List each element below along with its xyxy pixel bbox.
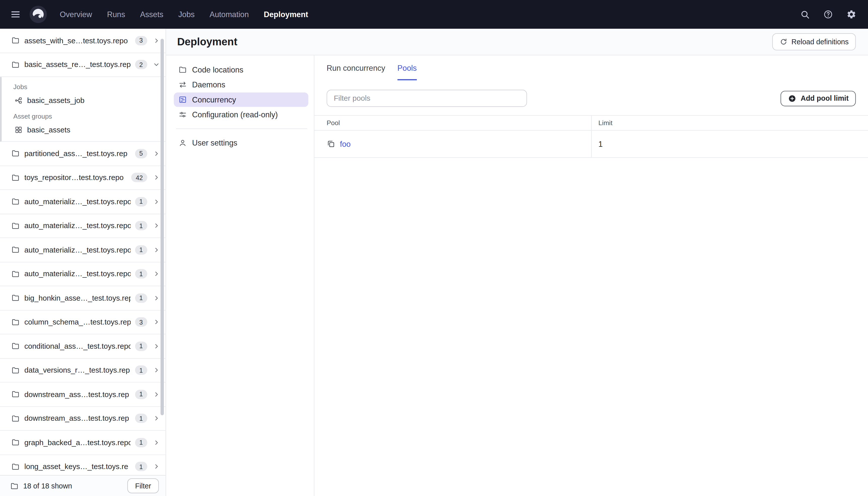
sidebar-repo-row[interactable]: data_versions_r…_test.toys.rep 1 — [0, 358, 165, 383]
section-title: Asset groups — [2, 108, 165, 122]
folder-icon — [11, 318, 20, 327]
chevron-right-icon[interactable] — [153, 463, 160, 470]
subnav-configuration-read-only[interactable]: Configuration (read-only) — [174, 108, 308, 122]
subnav-daemons[interactable]: Daemons — [174, 78, 308, 92]
folder-icon — [11, 173, 20, 182]
search-button[interactable] — [796, 5, 814, 23]
repo-label: graph_backed_a…test.toys.repo — [25, 438, 130, 447]
gear-icon — [846, 9, 856, 19]
tab-pools[interactable]: Pools — [397, 56, 416, 80]
pools-table-body: foo 1 — [314, 131, 868, 158]
repo-count-badge: 1 — [135, 390, 147, 399]
repo-label: downstream_ass…test.toys.rep — [25, 414, 130, 422]
sidebar-scrollbar[interactable] — [161, 39, 164, 415]
tab-run-concurrency[interactable]: Run concurrency — [327, 56, 385, 80]
plus-circle-icon — [788, 94, 797, 103]
sidebar-repo-row[interactable]: basic_assets_re…_test.toys.rep 2 — [0, 53, 165, 77]
folder-icon — [11, 390, 20, 399]
pool-row: foo 1 — [314, 131, 868, 158]
pool-icon — [327, 139, 335, 148]
nav-item-jobs[interactable]: Jobs — [178, 10, 194, 19]
pool-limit-cell: 1 — [592, 131, 868, 157]
add-pool-limit-button[interactable]: Add pool limit — [780, 91, 856, 106]
chevron-right-icon[interactable] — [153, 391, 160, 398]
nav-item-assets[interactable]: Assets — [140, 10, 163, 19]
sidebar-repo-row[interactable]: downstream_ass…test.toys.rep 1 — [0, 407, 165, 431]
sidebar-repo-row[interactable]: auto_materializ…_test.toys.repo 1 — [0, 214, 165, 238]
sidebar-footer: 18 of 18 shown Filter — [0, 475, 165, 496]
chevron-right-icon[interactable] — [153, 439, 160, 446]
subnav-label: Daemons — [192, 80, 225, 89]
subnav-label: Concurrency — [192, 95, 236, 104]
sidebar-repo-row[interactable]: long_asset_keys…_test.toys.re 1 — [0, 455, 165, 475]
job-icon — [14, 96, 23, 105]
sidebar-repo-row[interactable]: auto_materializ…_test.toys.repo 1 — [0, 238, 165, 262]
repo-count-badge: 1 — [135, 438, 147, 447]
chevron-right-icon[interactable] — [153, 37, 160, 44]
nav-item-deployment[interactable]: Deployment — [264, 10, 308, 19]
pool-link[interactable]: foo — [340, 139, 351, 148]
deployment-content: Deployment Reload definitions Code locat… — [166, 29, 868, 496]
column-header-limit: Limit — [592, 116, 868, 130]
dagster-logo — [29, 5, 48, 24]
sidebar-repo-row[interactable]: conditional_ass…_test.toys.repo 1 — [0, 335, 165, 358]
subnav-code-locations[interactable]: Code locations — [174, 62, 308, 77]
nav-item-overview[interactable]: Overview — [60, 10, 92, 19]
nav-item-runs[interactable]: Runs — [107, 10, 125, 19]
chevron-right-icon[interactable] — [153, 343, 160, 350]
repo-count-badge: 1 — [135, 197, 147, 206]
repo-label: column_schema_…test.toys.rep — [25, 318, 130, 326]
sidebar-repo-row[interactable]: auto_materializ…_test.toys.repo 1 — [0, 190, 165, 214]
folder-icon — [11, 342, 20, 351]
subnav-user-settings[interactable]: User settings — [174, 136, 308, 150]
subnav-concurrency[interactable]: Concurrency — [174, 92, 308, 107]
chevron-right-icon[interactable] — [153, 294, 160, 301]
reload-definitions-label: Reload definitions — [791, 38, 849, 46]
sidebar-asset-groups-item[interactable]: basic_assets — [2, 122, 165, 137]
repo-label: downstream_ass…test.toys.rep — [25, 390, 130, 399]
help-button[interactable] — [819, 5, 837, 23]
repo-label: big_honkin_asse…_test.toys.rep — [25, 294, 130, 302]
child-item-label: basic_assets — [27, 125, 70, 134]
filter-pools-input[interactable] — [327, 90, 527, 107]
help-icon — [823, 9, 833, 19]
reload-icon — [779, 38, 787, 46]
repo-count-badge: 1 — [135, 221, 147, 230]
child-item-label: basic_assets_job — [27, 96, 84, 105]
sidebar-repo-row[interactable]: toys_repositor…test.toys.repo 42 — [0, 166, 165, 190]
repo-label: assets_with_se…test.toys.repo — [25, 36, 130, 45]
filter-button[interactable]: Filter — [127, 478, 159, 493]
nav-item-automation[interactable]: Automation — [210, 10, 249, 19]
sidebar-repo-row[interactable]: column_schema_…test.toys.rep 3 — [0, 310, 165, 335]
content-header: Deployment Reload definitions — [166, 29, 868, 56]
chevron-right-icon[interactable] — [153, 222, 160, 229]
sidebar-jobs-item[interactable]: basic_assets_job — [2, 93, 165, 107]
chevron-right-icon[interactable] — [153, 246, 160, 253]
search-icon — [800, 9, 810, 19]
folder-icon — [11, 36, 20, 45]
settings-button[interactable] — [842, 5, 860, 23]
chevron-down-icon[interactable] — [153, 61, 160, 68]
chevron-right-icon[interactable] — [153, 270, 160, 278]
chevron-right-icon[interactable] — [153, 367, 160, 374]
chevron-right-icon[interactable] — [153, 198, 160, 205]
reload-definitions-button[interactable]: Reload definitions — [772, 33, 856, 50]
chevron-right-icon[interactable] — [153, 174, 160, 181]
repo-label: auto_materializ…_test.toys.repo — [25, 270, 130, 278]
shown-count-text: 18 of 18 shown — [23, 482, 72, 490]
chevron-right-icon[interactable] — [153, 150, 160, 157]
repo-label: partitioned_ass…_test.toys.rep — [25, 149, 130, 158]
sidebar-repo-row[interactable]: graph_backed_a…test.toys.repo 1 — [0, 431, 165, 455]
sidebar-repo-row[interactable]: partitioned_ass…_test.toys.rep 5 — [0, 142, 165, 166]
sidebar-repo-row[interactable]: auto_materializ…_test.toys.repo 1 — [0, 262, 165, 286]
subnav-label: Configuration (read-only) — [192, 110, 278, 119]
repo-count-badge: 3 — [135, 317, 147, 327]
chevron-right-icon[interactable] — [153, 319, 160, 326]
sidebar-repo-row[interactable]: downstream_ass…test.toys.rep 1 — [0, 383, 165, 407]
sidebar-repo-row[interactable]: assets_with_se…test.toys.repo 3 — [0, 29, 165, 53]
chevron-right-icon[interactable] — [153, 415, 160, 422]
content-body: Code locations Daemons Concurrency Confi… — [166, 56, 868, 496]
folder-icon — [11, 462, 20, 471]
sidebar-repo-row[interactable]: big_honkin_asse…_test.toys.rep 1 — [0, 286, 165, 310]
menu-button[interactable] — [6, 5, 24, 23]
